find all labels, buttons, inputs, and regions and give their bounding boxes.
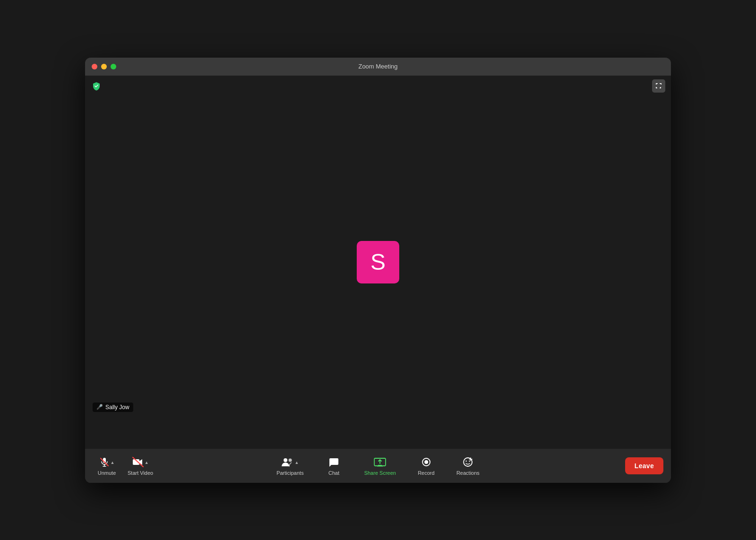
- chat-label: Chat: [328, 470, 339, 476]
- svg-point-6: [284, 458, 287, 462]
- record-icon: [421, 456, 431, 468]
- meeting-content: S 🎤 Sally Jow: [85, 76, 671, 449]
- window-title: Zoom Meeting: [358, 63, 397, 70]
- camera-muted-icon: [132, 456, 144, 468]
- reactions-label: Reactions: [456, 470, 480, 476]
- participant-avatar-container: S: [357, 241, 399, 283]
- zoom-window: Zoom Meeting S 🎤: [85, 58, 671, 483]
- share-screen-label: Share Screen: [364, 470, 396, 476]
- participants-icon: [281, 456, 293, 468]
- video-chevron[interactable]: ▲: [145, 460, 149, 465]
- fullscreen-button[interactable]: [652, 79, 665, 93]
- toolbar-left: ▲ Unmute ▲ Start: [93, 453, 158, 479]
- traffic-lights: [92, 64, 116, 69]
- security-icon[interactable]: [91, 80, 102, 92]
- unmute-chevron[interactable]: ▲: [111, 460, 115, 465]
- mic-muted-icon: [99, 456, 110, 468]
- start-video-label: Start Video: [128, 470, 153, 476]
- svg-rect-10: [377, 466, 383, 467]
- start-video-button[interactable]: ▲ Start Video: [123, 453, 158, 479]
- unmute-button[interactable]: ▲ Unmute: [93, 453, 121, 479]
- title-bar: Zoom Meeting: [85, 58, 671, 76]
- reactions-icon: [463, 456, 473, 468]
- svg-point-14: [466, 460, 467, 461]
- record-label: Record: [418, 470, 434, 476]
- participants-button[interactable]: ▲ Participants: [272, 453, 308, 479]
- svg-rect-9: [378, 465, 382, 466]
- share-screen-button[interactable]: Share Screen: [360, 453, 401, 479]
- svg-point-15: [469, 460, 470, 461]
- minimize-button[interactable]: [101, 64, 107, 69]
- participant-avatar: S: [357, 241, 399, 283]
- chat-icon: [329, 456, 339, 468]
- chat-button[interactable]: Chat: [320, 453, 348, 479]
- participants-chevron[interactable]: ▲: [294, 460, 299, 465]
- participants-label: Participants: [276, 470, 303, 476]
- maximize-button[interactable]: [111, 64, 116, 69]
- toolbar-right: Leave: [625, 457, 663, 474]
- participant-name: Sally Jow: [105, 404, 129, 411]
- share-screen-icon: [374, 456, 386, 468]
- leave-button[interactable]: Leave: [625, 457, 663, 474]
- bottom-toolbar: ▲ Unmute ▲ Start: [85, 449, 671, 483]
- name-tag: 🎤 Sally Jow: [93, 403, 133, 412]
- muted-indicator: 🎤: [96, 404, 103, 410]
- record-button[interactable]: Record: [412, 453, 440, 479]
- close-button[interactable]: [92, 64, 97, 69]
- svg-point-12: [424, 460, 428, 464]
- unmute-label: Unmute: [98, 470, 116, 476]
- svg-point-7: [289, 458, 292, 462]
- reactions-button[interactable]: Reactions: [452, 453, 484, 479]
- toolbar-center: ▲ Participants Chat: [272, 453, 484, 479]
- top-bar: [85, 76, 671, 96]
